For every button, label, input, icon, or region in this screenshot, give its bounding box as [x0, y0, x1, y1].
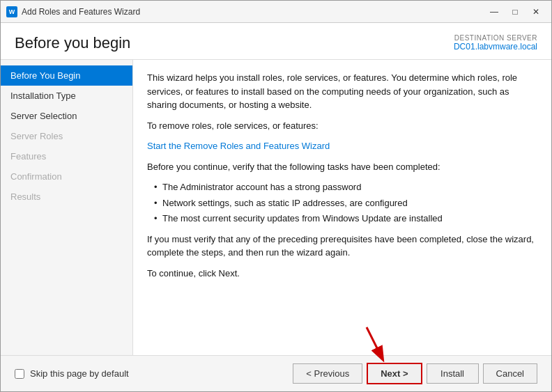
- main-content: Before You Begin Installation Type Serve…: [1, 60, 551, 355]
- page-header: Before you begin DESTINATION SERVER DC01…: [1, 23, 551, 60]
- previous-button[interactable]: < Previous: [293, 363, 362, 384]
- page-title: Before you begin: [15, 34, 130, 52]
- wizard-window: W Add Roles and Features Wizard — □ ✕ Be…: [0, 0, 552, 392]
- bullet-item-1: The Administrator account has a strong p…: [154, 180, 537, 194]
- app-icon: W: [6, 6, 17, 17]
- minimize-button[interactable]: —: [484, 5, 504, 19]
- window-controls: — □ ✕: [484, 5, 546, 19]
- close-button[interactable]: ✕: [526, 5, 546, 19]
- body-content: This wizard helps you install roles, rol…: [133, 60, 551, 355]
- destination-info: DESTINATION SERVER DC01.labvmware.local: [454, 34, 537, 52]
- destination-label: DESTINATION SERVER: [454, 34, 537, 42]
- sidebar-item-features: Features: [1, 146, 132, 166]
- verify-note: If you must verify that any of the prece…: [147, 233, 537, 260]
- intro-text: This wizard helps you install roles, rol…: [147, 71, 537, 112]
- content-area: Before you begin DESTINATION SERVER DC01…: [1, 23, 551, 391]
- cancel-button[interactable]: Cancel: [483, 363, 537, 384]
- sidebar-item-installation-type[interactable]: Installation Type: [1, 86, 132, 106]
- sidebar-item-server-roles: Server Roles: [1, 126, 132, 146]
- verify-heading: Before you continue, verify that the fol…: [147, 160, 537, 174]
- sidebar-item-confirmation: Confirmation: [1, 166, 132, 187]
- destination-server: DC01.labvmware.local: [454, 42, 537, 52]
- skip-label[interactable]: Skip this page by default: [30, 368, 129, 379]
- sidebar-item-results: Results: [1, 187, 132, 207]
- bullet-list: The Administrator account has a strong p…: [154, 180, 537, 226]
- bullet-item-2: Network settings, such as static IP addr…: [154, 196, 537, 210]
- sidebar-item-server-selection[interactable]: Server Selection: [1, 106, 132, 126]
- footer: Skip this page by default < Previous Nex: [1, 355, 551, 391]
- skip-checkbox-area: Skip this page by default: [15, 368, 293, 379]
- install-button[interactable]: Install: [427, 363, 479, 384]
- window-title: Add Roles and Features Wizard: [22, 7, 484, 17]
- sidebar-item-before-you-begin[interactable]: Before You Begin: [1, 65, 132, 86]
- footer-buttons: < Previous Next > Install Cancel: [293, 363, 537, 384]
- maximize-button[interactable]: □: [505, 5, 525, 19]
- remove-link[interactable]: Start the Remove Roles and Features Wiza…: [147, 141, 330, 151]
- skip-checkbox[interactable]: [15, 369, 24, 379]
- continue-note: To continue, click Next.: [147, 267, 537, 281]
- sidebar: Before You Begin Installation Type Serve…: [1, 60, 133, 355]
- title-bar: W Add Roles and Features Wizard — □ ✕: [1, 1, 551, 23]
- bullet-item-3: The most current security updates from W…: [154, 212, 537, 226]
- next-button[interactable]: Next >: [367, 363, 422, 384]
- remove-heading: To remove roles, role services, or featu…: [147, 119, 537, 133]
- next-button-container: Next >: [367, 363, 422, 384]
